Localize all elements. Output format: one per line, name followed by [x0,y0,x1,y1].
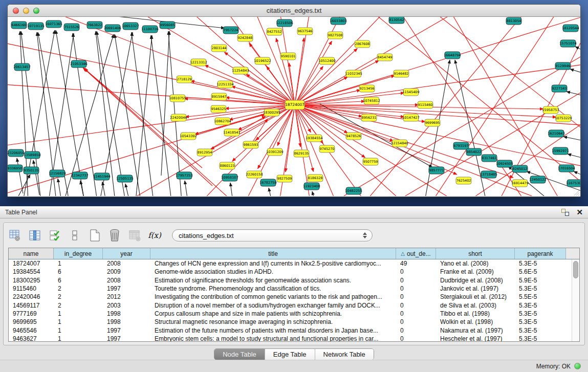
show-all-columns-icon[interactable] [48,229,61,242]
yellow-node[interactable]: 10196522 [254,57,271,64]
tab-network-table[interactable]: Network Table [315,349,374,360]
teal-node[interactable]: 16033803 [330,17,346,25]
yellow-node[interactable]: 9242848 [237,34,253,41]
yellow-node[interactable]: 9637546 [297,28,313,35]
teal-node[interactable]: 9227343 [552,85,567,92]
teal-node[interactable]: 16210643 [548,130,564,137]
citation-network-graph[interactable]: 9637546842755292428482803144122133122718… [8,17,580,196]
teal-node[interactable]: 11675309 [566,180,580,187]
yellow-node[interactable]: 9146482 [394,70,409,77]
teal-node[interactable]: 21053346 [70,60,87,68]
close-panel-icon[interactable]: ✕ [576,208,583,216]
teal-node[interactable]: 17957253 [176,172,192,179]
teal-node[interactable]: 11451944 [93,173,110,180]
create-column-icon[interactable] [88,229,101,242]
column-header-year[interactable]: year [103,248,150,259]
column-header-title[interactable]: title [150,248,396,259]
yellow-node[interactable]: 19384554 [306,135,322,142]
teal-node[interactable]: 23206050 [8,149,25,157]
teal-node[interactable]: 7515526 [64,24,79,31]
yellow-node[interactable]: 16914479 [511,180,528,187]
teal-node[interactable]: 9129946 [555,62,571,70]
float-panel-icon[interactable] [561,209,569,216]
teal-node[interactable]: 12218506 [276,19,293,27]
teal-node[interactable]: 9854022 [466,148,482,156]
teal-node[interactable]: 16648794 [444,52,461,59]
yellow-node[interactable]: 12154840 [391,140,408,147]
table-mode-icon[interactable] [8,229,21,242]
teal-node[interactable]: 11100716 [141,26,158,33]
teal-node[interactable]: 16782759 [259,179,276,186]
teal-node[interactable]: 9245012 [512,165,528,172]
teal-node[interactable]: 10924505 [496,160,513,167]
yellow-node[interactable]: 11032345 [345,70,362,77]
teal-node[interactable]: 8317461 [482,155,497,162]
teal-node[interactable]: 7957224 [223,27,238,34]
teal-node[interactable]: 7663822 [87,21,102,29]
column-header-out_de[interactable]: △out_de... [396,248,436,259]
table-row[interactable]: 1830029562008Estimation of significance … [9,276,572,285]
yellow-node[interactable]: 8629135 [294,150,309,157]
table-row[interactable]: 1938455462009Genome-wide association stu… [9,268,572,276]
yellow-node[interactable]: 2803144 [211,45,227,52]
show-columns-icon[interactable] [28,229,41,242]
teal-node[interactable]: 12450122 [529,176,546,183]
yellow-node[interactable]: 18300295 [263,109,280,116]
table-row[interactable]: 946362711997Embryonic stem cells: a mode… [9,335,572,342]
teal-node[interactable]: 20613457 [13,63,30,71]
teal-node[interactable]: 16071365 [45,20,62,28]
yellow-node[interactable]: 9115460 [418,101,433,108]
yellow-node[interactable]: 10810755 [169,95,186,102]
network-window-titlebar[interactable]: citations_edges.txt [8,5,580,17]
yellow-node[interactable]: 9861593 [243,141,258,148]
delete-table-icon[interactable] [128,229,141,242]
teal-node[interactable]: 12156829 [49,170,66,177]
column-header-in_degree[interactable]: in_degree [54,248,103,259]
teal-node[interactable]: 9350135 [24,167,39,174]
teal-node[interactable]: 6466160 [11,21,27,29]
column-header-pagerank[interactable]: pagerank [515,248,566,259]
table-row[interactable]: 969969511998Structural magnetic resonanc… [9,318,572,326]
teal-node[interactable]: 12342737 [71,172,88,179]
table-row[interactable]: 911546021997Tourette syndrome. Phenomeno… [9,285,572,293]
yellow-node[interactable]: 22260158 [246,171,263,178]
yellow-node[interactable]: 12251334 [216,81,233,88]
yellow-node[interactable]: 11418541 [223,129,240,136]
teal-node[interactable]: 8813054 [506,17,521,25]
teal-node[interactable]: 6793197 [453,142,469,149]
yellow-node[interactable]: 8186328 [308,174,323,182]
table-selector-combobox[interactable]: citations_edges.txt [172,229,373,242]
yellow-node[interactable]: 8860123 [220,162,235,169]
teal-node[interactable]: 15751074 [559,40,576,47]
network-canvas[interactable]: 9637546842755292428482803144122133122718… [8,17,580,196]
yellow-node[interactable]: 11545409 [402,89,419,96]
table-row[interactable]: 946554611997Estimation of the future num… [9,326,572,334]
yellow-node[interactable]: 10862704 [214,118,231,125]
yellow-node[interactable]: 9478526 [346,133,361,140]
table-row[interactable]: 1456911722003Disruption of a novel membe… [9,301,572,309]
teal-node[interactable]: 15992971 [552,147,569,155]
yellow-node[interactable]: 8915947 [211,93,227,100]
tab-node-table[interactable]: Node Table [214,349,265,360]
teal-node[interactable]: 13718485 [480,171,497,178]
yellow-node[interactable]: 9827509 [277,175,292,182]
table-row[interactable]: 1872400712008Changes of HCN gene express… [9,259,572,268]
yellow-node[interactable]: 10512400 [318,57,335,64]
yellow-node[interactable]: 10391209 [266,148,283,156]
teal-node[interactable]: 10958107 [221,174,238,181]
yellow-node[interactable]: 15958757 [542,106,559,114]
yellow-node[interactable]: 9699695 [425,119,440,126]
row-height-icon[interactable] [68,229,81,242]
yellow-node[interactable]: 8912954 [197,149,212,156]
teal-node[interactable]: 17016504 [558,165,575,172]
teal-node[interactable]: 9857771 [429,167,444,174]
yellow-node[interactable]: 8427552 [267,28,282,35]
teal-node[interactable]: 13589850 [24,151,40,159]
yellow-node[interactable]: 12213312 [190,59,207,66]
yellow-node[interactable]: 7625402 [456,177,471,184]
column-header-name[interactable]: name [9,248,54,259]
table-vertical-scrollbar[interactable] [572,259,579,342]
yellow-node[interactable]: 9213456 [359,85,375,92]
yellow-node[interactable]: 9827508 [328,32,343,39]
teal-node[interactable]: 9336950 [8,165,23,172]
